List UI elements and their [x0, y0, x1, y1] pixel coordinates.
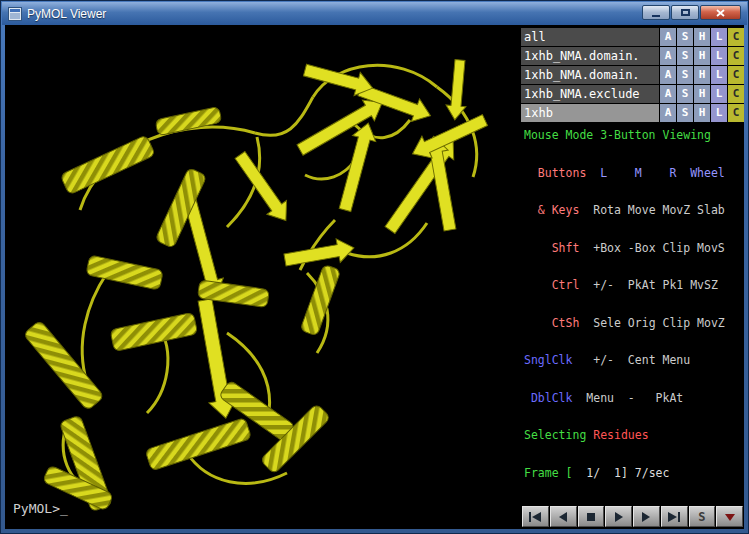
mouse-line-segment: Mouse Mode 3-Button Viewing	[524, 128, 711, 142]
side-panel: all A S H L C 1xhb_NMA.domain. A S H L C…	[521, 25, 744, 529]
step-back-button[interactable]	[550, 506, 577, 527]
end-icon	[667, 512, 681, 522]
action-button[interactable]: A	[660, 47, 676, 65]
rewind-button[interactable]	[522, 506, 549, 527]
color-button[interactable]: C	[728, 47, 744, 65]
mouse-line-segment: & Keys	[524, 203, 579, 217]
label-button[interactable]: L	[711, 85, 727, 103]
mouse-line-segment: L M R Wheel	[586, 166, 724, 180]
menu-dropdown-button[interactable]	[716, 506, 743, 527]
action-button[interactable]: A	[660, 85, 676, 103]
mouse-line-segment: Buttons	[524, 166, 586, 180]
object-row: 1xhb_NMA.exclude A S H L C	[521, 85, 744, 103]
hide-button[interactable]: H	[694, 85, 710, 103]
mouse-line-segment: 1/ 1]	[572, 466, 634, 480]
pymol-window: PyMOL Viewer	[0, 0, 749, 534]
close-button[interactable]	[700, 5, 741, 20]
show-button[interactable]: S	[677, 66, 693, 84]
color-button[interactable]: C	[728, 66, 744, 84]
label-button[interactable]: L	[711, 66, 727, 84]
play-icon	[612, 512, 626, 522]
protein-structure	[5, 25, 521, 529]
dropdown-arrow-icon	[723, 512, 737, 522]
mouse-line-segment: Rota Move MovZ Slab	[579, 203, 724, 217]
stop-icon	[584, 512, 598, 522]
show-button[interactable]: S	[677, 85, 693, 103]
mouse-line-segment: Residues	[593, 428, 648, 442]
mouse-line-segment: CtSh	[524, 316, 579, 330]
mouse-ctrl-line: Ctrl +/- PkAt Pk1 MvSZ	[524, 279, 743, 292]
color-button[interactable]: C	[728, 85, 744, 103]
titlebar: PyMOL Viewer	[2, 2, 747, 25]
mouse-line-segment: DblClk	[524, 391, 572, 405]
end-button[interactable]	[661, 506, 688, 527]
mouse-line-segment: SnglClk	[524, 353, 572, 367]
color-button[interactable]: C	[728, 28, 744, 46]
label-button[interactable]: L	[711, 47, 727, 65]
command-prompt[interactable]: PyMOL>_	[13, 501, 68, 516]
mouse-line-segment: 7/sec	[635, 466, 670, 480]
window-title: PyMOL Viewer	[27, 7, 106, 21]
mouse-line-segment: Ctrl	[524, 278, 579, 292]
object-name[interactable]: 1xhb_NMA.exclude	[521, 85, 659, 103]
object-name[interactable]: 1xhb_NMA.domain.	[521, 47, 659, 65]
show-button[interactable]: S	[677, 47, 693, 65]
mouse-ctsh-line: CtSh Sele Orig Clip MovZ	[524, 317, 743, 330]
mouse-keys-line: & Keys Rota Move MovZ Slab	[524, 204, 743, 217]
object-name[interactable]: 1xhb_NMA.domain.	[521, 66, 659, 84]
stop-button[interactable]	[578, 506, 605, 527]
action-button[interactable]: A	[660, 66, 676, 84]
hide-button[interactable]: H	[694, 47, 710, 65]
mouse-mode-line[interactable]: Mouse Mode 3-Button Viewing	[524, 129, 743, 142]
selecting-mode-line[interactable]: Selecting Residues	[524, 429, 743, 442]
rewind-icon	[528, 512, 542, 522]
close-icon	[716, 9, 725, 17]
mouse-shft-line: Shft +Box -Box Clip MovS	[524, 242, 743, 255]
mouse-line-segment: +/- PkAt Pk1 MvSZ	[579, 278, 717, 292]
mouse-snglclk-line: SnglClk +/- Cent Menu	[524, 354, 743, 367]
hide-button[interactable]: H	[694, 66, 710, 84]
mouse-dblclk-line: DblClk Menu - PkAt	[524, 392, 743, 405]
mouse-line-segment: +Box -Box Clip MovS	[579, 241, 724, 255]
step-forward-button[interactable]	[633, 506, 660, 527]
minimize-icon	[652, 15, 660, 17]
minimize-button[interactable]	[642, 5, 670, 20]
object-name[interactable]: all	[521, 28, 659, 46]
mouse-line-segment: Shft	[524, 241, 579, 255]
action-button[interactable]: A	[660, 28, 676, 46]
frame-status-line: Frame [ 1/ 1] 7/sec	[524, 467, 743, 480]
app-icon	[8, 7, 22, 21]
molecule-viewport[interactable]: PyMOL>_	[5, 25, 521, 529]
scene-button[interactable]: S	[689, 506, 716, 527]
object-row: 1xhb_NMA.domain. A S H L C	[521, 66, 744, 84]
label-button[interactable]: L	[711, 28, 727, 46]
play-button[interactable]	[605, 506, 632, 527]
step-back-icon	[556, 512, 570, 522]
hide-button[interactable]: H	[694, 28, 710, 46]
mouse-line-segment: Frame [	[524, 466, 572, 480]
object-row-all: all A S H L C	[521, 28, 744, 46]
maximize-button[interactable]	[671, 5, 699, 20]
mouse-line-segment: Sele Orig Clip MovZ	[579, 316, 724, 330]
maximize-icon	[681, 9, 690, 16]
show-button[interactable]: S	[677, 28, 693, 46]
object-row: 1xhb_NMA.domain. A S H L C	[521, 47, 744, 65]
mouse-line-segment: +/- Cent Menu	[572, 353, 690, 367]
mouse-line-segment: Selecting	[524, 428, 593, 442]
playback-controls: S	[522, 506, 743, 527]
window-content: PyMOL>_ all A S H L C 1xhb_NMA.domain. A…	[5, 25, 744, 529]
step-forward-icon	[639, 512, 653, 522]
mouse-mode-panel: Mouse Mode 3-Button Viewing Buttons L M …	[524, 104, 743, 504]
mouse-buttons-header-line: Buttons L M R Wheel	[524, 167, 743, 180]
mouse-line-segment: Menu - PkAt	[572, 391, 683, 405]
